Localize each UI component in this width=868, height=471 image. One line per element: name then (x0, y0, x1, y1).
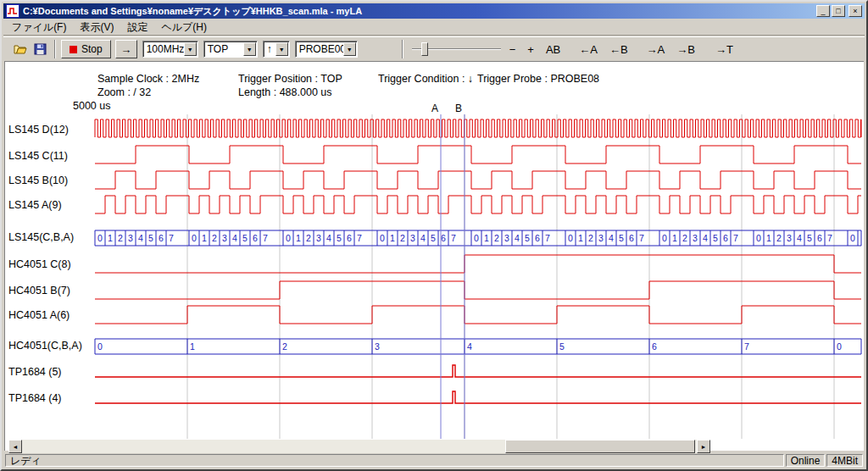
menu-bar: ファイル(F) 表示(V) 設定 ヘルプ(H) (3, 19, 865, 36)
chevron-down-icon[interactable]: ▼ (184, 42, 197, 56)
sample-clock-value: 100MHz (144, 43, 184, 55)
trigger-probe-value: PROBE00 (297, 43, 343, 55)
chevron-down-icon[interactable]: ▼ (343, 42, 356, 56)
app-window: C:¥Documents and Settings¥noname¥デスクトップ¥… (0, 0, 868, 471)
stop-icon (70, 46, 77, 53)
status-online: Online (786, 454, 826, 467)
zoom-info: Zoom : / 32 (97, 86, 151, 98)
chevron-down-icon[interactable]: ▼ (275, 42, 288, 56)
status-message: レディ (5, 454, 784, 467)
trigger-position-value: TOP (205, 43, 243, 55)
scrollbar-track[interactable] (22, 440, 697, 453)
open-button[interactable] (10, 40, 31, 58)
trigger-probe-select[interactable]: PROBE00 ▼ (295, 41, 358, 58)
trigger-position-select[interactable]: TOP ▼ (203, 41, 258, 58)
ab-range-button[interactable]: AB (542, 42, 564, 58)
window-title: C:¥Documents and Settings¥noname¥デスクトップ¥… (23, 5, 813, 18)
goto-cursor-a-right-button[interactable]: →A (643, 42, 669, 58)
floppy-disk-icon (34, 43, 47, 55)
trigger-probe-info: Trigger Probe : PROBE08 (477, 73, 599, 85)
chevron-down-icon[interactable]: ▼ (243, 42, 256, 56)
goto-cursor-b-right-button[interactable]: →B (673, 42, 698, 58)
maximize-button[interactable]: □ (832, 5, 845, 17)
scroll-right-button[interactable]: ► (697, 440, 710, 453)
stop-button[interactable]: Stop (61, 40, 111, 58)
zoom-slider[interactable] (412, 41, 501, 58)
zoom-slider-thumb[interactable] (421, 42, 428, 56)
goto-trigger-button[interactable]: →T (712, 42, 737, 58)
menu-settings[interactable]: 設定 (120, 19, 154, 36)
save-button[interactable] (31, 40, 51, 58)
sample-clock-info: Sample Clock : 2MHz (97, 73, 199, 85)
trigger-condition-info: Trigger Condition : ↓ (378, 73, 473, 85)
menu-file[interactable]: ファイル(F) (5, 19, 73, 36)
zoom-out-button[interactable]: − (506, 42, 520, 58)
title-bar[interactable]: C:¥Documents and Settings¥noname¥デスクトップ¥… (3, 3, 865, 19)
status-memory: 4MBit (826, 454, 863, 467)
trigger-edge-select[interactable]: ↑ ▼ (263, 41, 290, 58)
menu-help[interactable]: ヘルプ(H) (154, 19, 214, 36)
close-button[interactable]: × (849, 5, 862, 17)
toolbar: Stop → 100MHz ▼ TOP ▼ ↑ ▼ PROBE00 ▼ − + … (3, 36, 865, 61)
trigger-edge-value: ↑ (264, 43, 275, 55)
horizontal-scrollbar[interactable]: ◄ ► (8, 440, 710, 453)
trigger-position-info: Trigger Position : TOP (238, 73, 342, 85)
open-folder-icon (14, 43, 27, 55)
scrollbar-thumb[interactable] (505, 440, 695, 453)
time-origin-label: 5000 us (73, 100, 110, 112)
stop-button-label: Stop (81, 43, 103, 55)
menu-view[interactable]: 表示(V) (73, 19, 120, 36)
app-icon (6, 4, 19, 18)
waveform-panel[interactable]: Sample Clock : 2MHz Trigger Position : T… (4, 61, 864, 451)
goto-cursor-a-left-button[interactable]: ←A (576, 42, 601, 58)
goto-cursor-b-left-button[interactable]: ←B (606, 42, 632, 58)
scroll-left-button[interactable]: ◄ (8, 440, 22, 453)
toolbar-separator (54, 40, 56, 58)
minimize-button[interactable]: _ (816, 5, 830, 17)
length-info: Length : 488.000 us (238, 86, 332, 98)
run-button[interactable]: → (115, 40, 137, 58)
sample-clock-select[interactable]: 100MHz ▼ (142, 41, 198, 58)
zoom-in-button[interactable]: + (524, 42, 537, 58)
toolbar-separator (402, 40, 403, 58)
status-bar: レディ Online 4MBit (3, 452, 865, 468)
